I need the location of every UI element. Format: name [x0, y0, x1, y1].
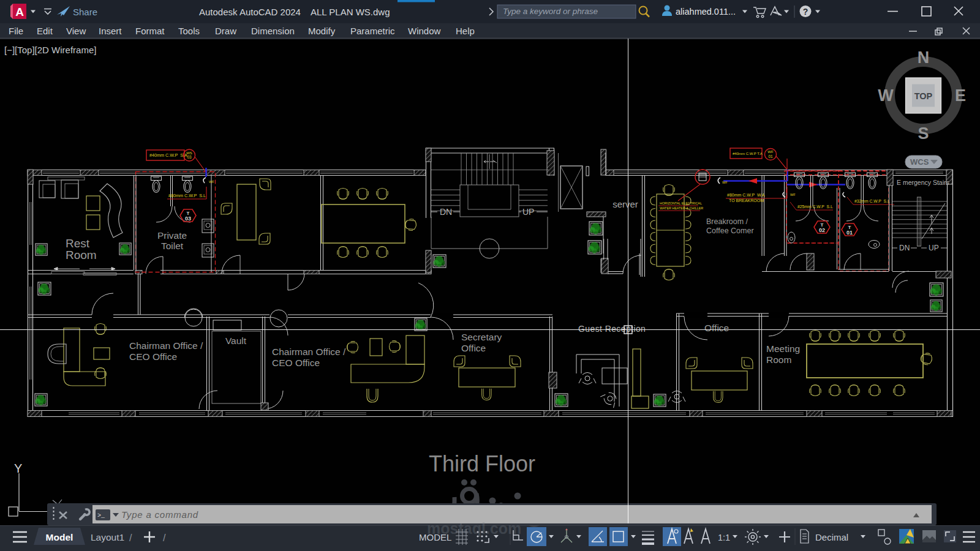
svg-text:server: server	[612, 199, 638, 209]
svg-text:Tools: Tools	[178, 26, 200, 36]
svg-text:TO BREAKROOM: TO BREAKROOM	[729, 198, 764, 203]
svg-text:Vault: Vault	[225, 335, 247, 346]
svg-text:Format: Format	[135, 26, 165, 36]
svg-text:Office: Office	[461, 343, 486, 353]
svg-text:#32mm C.W.P S.L: #32mm C.W.P S.L	[854, 199, 890, 203]
svg-text:#40mm C.W.P T.A: #40mm C.W.P T.A	[733, 152, 763, 156]
svg-text:Share: Share	[73, 7, 97, 17]
svg-text:File: File	[9, 26, 23, 36]
svg-text:?: ?	[803, 7, 809, 17]
svg-text:02: 02	[819, 227, 825, 233]
svg-text:WCS: WCS	[910, 157, 929, 167]
svg-text:Window: Window	[408, 26, 441, 36]
svg-text:Dimension: Dimension	[251, 26, 295, 36]
svg-text:03: 03	[185, 216, 191, 222]
svg-text:HORIZONTAL ELECTRICAL: HORIZONTAL ELECTRICAL	[660, 201, 702, 205]
svg-text:Meeting: Meeting	[766, 343, 800, 354]
svg-text:Parametric: Parametric	[350, 26, 395, 36]
svg-text:#25mm C.W.P S.L: #25mm C.W.P S.L	[797, 204, 833, 209]
svg-text:TOP: TOP	[914, 91, 933, 101]
svg-text:WS: WS	[186, 151, 192, 155]
svg-text:Office: Office	[704, 323, 729, 333]
svg-text:Help: Help	[456, 26, 475, 36]
svg-text:aliahmed.011...: aliahmed.011...	[676, 7, 736, 17]
svg-text:Layout1: Layout1	[91, 532, 124, 542]
svg-text:Secretary: Secretary	[461, 332, 502, 342]
svg-text:Coffee Comer: Coffee Comer	[706, 227, 754, 235]
svg-text:CEO Office: CEO Office	[129, 351, 177, 362]
svg-text:ALL PLAN WS.dwg: ALL PLAN WS.dwg	[311, 7, 390, 17]
svg-text:E mergency Stairs: E mergency Stairs	[897, 179, 949, 186]
svg-text:View: View	[66, 26, 86, 36]
svg-text:Edit: Edit	[37, 26, 53, 36]
svg-text:Draw: Draw	[215, 26, 236, 36]
svg-text:WF: WF	[209, 180, 214, 184]
svg-text:mostaql.com: mostaql.com	[427, 520, 521, 537]
svg-text:N: N	[918, 48, 930, 67]
svg-text:Rest: Rest	[66, 237, 90, 250]
svg-text:01: 01	[846, 230, 853, 236]
svg-text:A: A	[15, 6, 24, 18]
svg-text:[−][Top][2D Wireframe]: [−][Top][2D Wireframe]	[4, 45, 96, 55]
svg-text:Private: Private	[157, 230, 187, 241]
svg-text:Autodesk AutoCAD 2024: Autodesk AutoCAD 2024	[199, 7, 301, 17]
svg-text:Decimal: Decimal	[815, 532, 848, 542]
svg-text:Room: Room	[66, 249, 97, 261]
svg-text:1:1: 1:1	[718, 533, 730, 542]
svg-text:Type a keyword or phrase: Type a keyword or phrase	[503, 7, 598, 16]
svg-text:E: E	[955, 86, 966, 105]
svg-text:Model: Model	[46, 532, 74, 542]
svg-text:WF: WF	[790, 193, 796, 197]
svg-text:03: 03	[187, 155, 192, 159]
svg-text:S: S	[918, 124, 929, 143]
svg-text:Guest Reception: Guest Reception	[578, 324, 646, 334]
svg-text:W: W	[878, 86, 894, 105]
svg-text:>_: >_	[97, 512, 105, 519]
svg-text:WATER HEATER & CHILLER: WATER HEATER & CHILLER	[660, 206, 703, 210]
svg-text:Modify: Modify	[308, 26, 336, 36]
svg-text:CEO Office: CEO Office	[272, 358, 320, 368]
svg-text:/: /	[129, 533, 132, 543]
svg-text:Chairman Office /: Chairman Office /	[272, 347, 346, 357]
svg-text:UP: UP	[522, 207, 534, 217]
svg-text:Third Floor: Third Floor	[429, 451, 535, 476]
svg-text:Chairman Office /: Chairman Office /	[129, 340, 203, 351]
svg-text:Y: Y	[14, 462, 22, 475]
svg-text:Type a command: Type a command	[121, 509, 198, 520]
svg-text:#40mm C.W.P S.A: #40mm C.W.P S.A	[149, 152, 187, 158]
svg-text:WF: WF	[722, 181, 728, 184]
svg-text:WF: WF	[767, 150, 774, 154]
svg-text:DN: DN	[899, 244, 910, 252]
svg-text:Toilet: Toilet	[161, 241, 184, 251]
svg-text:/: /	[163, 533, 166, 543]
svg-text:#80mm C.W.P W.A: #80mm C.W.P W.A	[727, 193, 765, 197]
svg-text:DN: DN	[440, 207, 452, 217]
svg-text:01: 01	[768, 154, 773, 159]
svg-text:Breakroom /: Breakroom /	[706, 217, 748, 226]
svg-text:UP: UP	[929, 244, 939, 252]
svg-text:Room: Room	[766, 354, 791, 365]
svg-text:Insert: Insert	[99, 26, 122, 36]
svg-text:#80mm C.W.P S.L: #80mm C.W.P S.L	[168, 193, 206, 198]
